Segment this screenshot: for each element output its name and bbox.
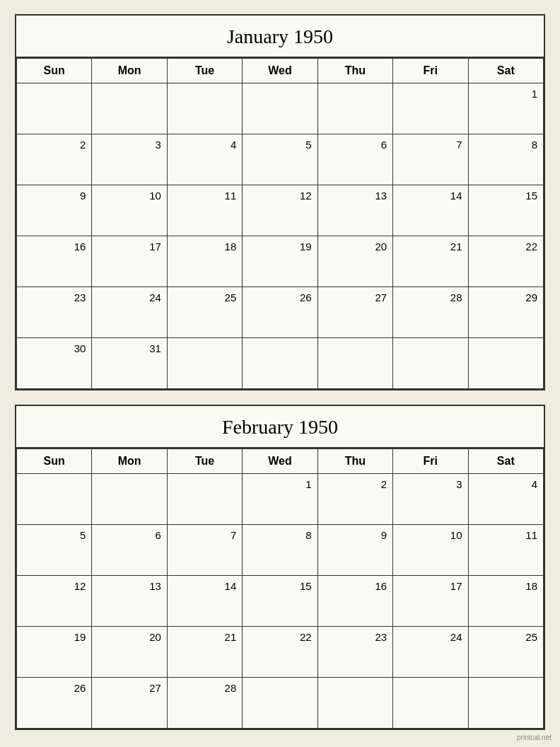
february-header-row: Sun Mon Tue Wed Thu Fri Sat [17, 449, 544, 474]
jan-day-13: 13 [317, 185, 392, 236]
feb-day-12: 12 [17, 576, 92, 627]
jan-header-sun: Sun [17, 59, 92, 83]
jan-header-thu: Thu [317, 59, 392, 83]
jan-header-fri: Fri [393, 59, 468, 83]
feb-week-5: 26 27 28 [17, 678, 544, 729]
feb-day-20: 20 [92, 627, 167, 678]
feb-cell-empty [92, 474, 167, 525]
jan-header-tue: Tue [167, 59, 242, 83]
feb-day-24: 24 [393, 627, 468, 678]
jan-cell-empty [393, 338, 468, 389]
jan-day-3: 3 [92, 134, 167, 185]
feb-week-2: 5 6 7 8 9 10 11 [17, 525, 544, 576]
jan-cell-empty [468, 338, 543, 389]
feb-header-wed: Wed [243, 449, 317, 474]
jan-week-6: 30 31 [17, 338, 544, 389]
feb-header-sun: Sun [17, 449, 92, 474]
feb-day-25: 25 [468, 627, 543, 678]
jan-day-17: 17 [92, 236, 167, 287]
feb-week-4: 19 20 21 22 23 24 25 [17, 627, 544, 678]
jan-cell-empty [167, 338, 242, 389]
february-grid: Sun Mon Tue Wed Thu Fri Sat 1 2 3 4 5 6 [16, 448, 544, 729]
feb-day-26: 26 [17, 678, 92, 729]
february-title: February 1950 [16, 406, 544, 448]
jan-day-26: 26 [243, 287, 317, 338]
feb-header-thu: Thu [317, 449, 392, 474]
jan-day-5: 5 [243, 134, 317, 185]
jan-day-28: 28 [393, 287, 468, 338]
jan-cell-empty [167, 83, 242, 134]
jan-day-14: 14 [393, 185, 468, 236]
feb-day-15: 15 [243, 576, 317, 627]
feb-day-10: 10 [393, 525, 468, 576]
feb-day-6: 6 [92, 525, 167, 576]
jan-day-12: 12 [243, 185, 317, 236]
feb-day-7: 7 [167, 525, 242, 576]
feb-day-11: 11 [468, 525, 543, 576]
watermark: printcal.net [517, 734, 552, 741]
feb-day-5: 5 [17, 525, 92, 576]
jan-week-3: 9 10 11 12 13 14 15 [17, 185, 544, 236]
jan-cell-empty [393, 83, 468, 134]
jan-day-18: 18 [167, 236, 242, 287]
feb-day-2: 2 [317, 474, 392, 525]
jan-day-7: 7 [393, 134, 468, 185]
feb-header-tue: Tue [167, 449, 242, 474]
feb-week-1: 1 2 3 4 [17, 474, 544, 525]
jan-week-4: 16 17 18 19 20 21 22 [17, 236, 544, 287]
jan-day-27: 27 [317, 287, 392, 338]
feb-day-3: 3 [393, 474, 468, 525]
feb-cell-empty [393, 678, 468, 729]
feb-cell-empty [17, 474, 92, 525]
feb-day-19: 19 [17, 627, 92, 678]
jan-cell-empty [243, 338, 317, 389]
feb-header-sat: Sat [468, 449, 543, 474]
jan-week-1: 1 [17, 83, 544, 134]
january-grid: Sun Mon Tue Wed Thu Fri Sat 1 2 3 [16, 58, 544, 389]
jan-day-4: 4 [167, 134, 242, 185]
feb-day-18: 18 [468, 576, 543, 627]
feb-day-22: 22 [243, 627, 317, 678]
feb-day-8: 8 [243, 525, 317, 576]
feb-day-28: 28 [167, 678, 242, 729]
jan-day-11: 11 [167, 185, 242, 236]
jan-week-5: 23 24 25 26 27 28 29 [17, 287, 544, 338]
feb-cell-empty [317, 678, 392, 729]
jan-day-25: 25 [167, 287, 242, 338]
jan-day-19: 19 [243, 236, 317, 287]
feb-cell-empty [243, 678, 317, 729]
feb-day-27: 27 [92, 678, 167, 729]
jan-day-1: 1 [468, 83, 543, 134]
feb-day-23: 23 [317, 627, 392, 678]
jan-day-2: 2 [17, 134, 92, 185]
january-calendar: January 1950 Sun Mon Tue Wed Thu Fri Sat… [15, 14, 545, 390]
jan-cell-empty [243, 83, 317, 134]
jan-day-10: 10 [92, 185, 167, 236]
jan-day-30: 30 [17, 338, 92, 389]
january-title: January 1950 [16, 16, 544, 58]
jan-header-wed: Wed [243, 59, 317, 83]
jan-day-21: 21 [393, 236, 468, 287]
jan-day-24: 24 [92, 287, 167, 338]
feb-day-9: 9 [317, 525, 392, 576]
january-header-row: Sun Mon Tue Wed Thu Fri Sat [17, 59, 544, 83]
jan-week-2: 2 3 4 5 6 7 8 [17, 134, 544, 185]
feb-day-4: 4 [468, 474, 543, 525]
jan-day-8: 8 [468, 134, 543, 185]
feb-week-3: 12 13 14 15 16 17 18 [17, 576, 544, 627]
jan-header-mon: Mon [92, 59, 167, 83]
jan-cell-empty [92, 83, 167, 134]
feb-day-17: 17 [393, 576, 468, 627]
feb-day-16: 16 [317, 576, 392, 627]
feb-day-21: 21 [167, 627, 242, 678]
jan-cell-empty [317, 83, 392, 134]
jan-day-29: 29 [468, 287, 543, 338]
jan-header-sat: Sat [468, 59, 543, 83]
feb-cell-empty [167, 474, 242, 525]
jan-day-22: 22 [468, 236, 543, 287]
jan-day-31: 31 [92, 338, 167, 389]
jan-cell-empty [317, 338, 392, 389]
jan-day-9: 9 [17, 185, 92, 236]
jan-day-6: 6 [317, 134, 392, 185]
feb-day-1: 1 [243, 474, 317, 525]
